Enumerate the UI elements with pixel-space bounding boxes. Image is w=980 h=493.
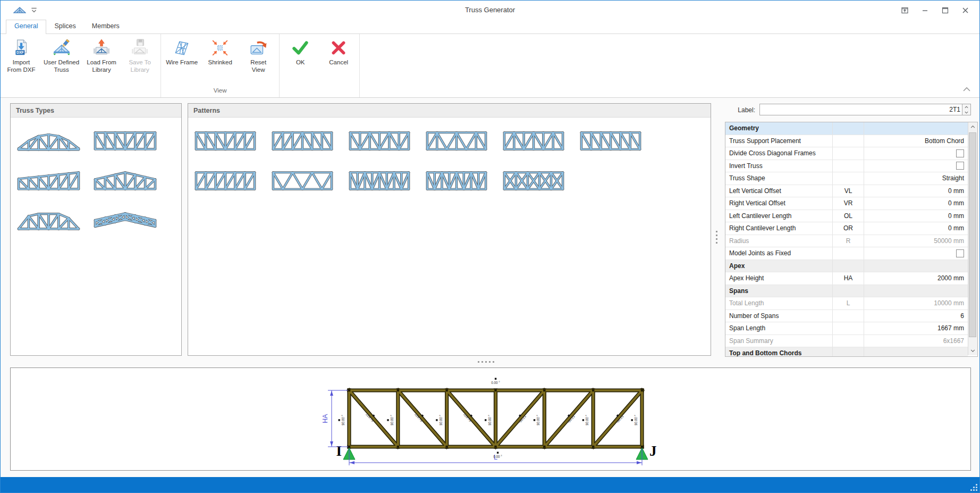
mono-pitched-truss[interactable] — [16, 169, 81, 191]
grid-row-right-vertical-offset[interactable]: Right Vertical OffsetVR0 mm — [725, 197, 968, 210]
property-value[interactable]: 1667 mm — [864, 322, 968, 335]
property-name: Truss Support Placement — [725, 135, 833, 147]
grid-row-truss-support-placement[interactable]: Truss Support PlacementBottom Chord — [725, 135, 968, 148]
property-grid-scrollbar — [968, 122, 977, 355]
user-defined-truss-icon — [53, 39, 71, 57]
pattern-warren[interactable] — [271, 170, 334, 191]
property-value[interactable]: 6 — [864, 310, 968, 322]
label-caption: Label: — [731, 106, 755, 114]
property-name: Left Cantilever Length — [725, 210, 833, 222]
grid-row-left-cantilever-length[interactable]: Left Cantilever LengthOL0 mm — [725, 210, 968, 223]
pattern-diagonals-from-center[interactable] — [271, 130, 334, 152]
checkbox[interactable] — [956, 162, 964, 170]
close-icon[interactable] — [955, 3, 975, 18]
grid-row-span-length[interactable]: Span Length1667 mm — [725, 322, 968, 335]
property-value[interactable]: 0 mm — [864, 197, 968, 210]
property-name: Number of Spans — [725, 310, 833, 322]
grid-row-invert-truss[interactable]: Invert Truss — [725, 160, 968, 173]
pattern-chevron[interactable] — [425, 130, 488, 152]
grid-row-divide-cross-diagonal-frames[interactable]: Divide Cross Diagonal Frames — [725, 147, 968, 160]
tab-splices[interactable]: Splices — [46, 20, 83, 34]
property-symbol — [833, 335, 864, 347]
collapse-ribbon-icon[interactable] — [961, 86, 972, 94]
spinner-down-icon[interactable] — [962, 110, 970, 115]
property-name: Total Length — [725, 297, 833, 310]
maximize-icon[interactable] — [935, 3, 955, 18]
property-value[interactable] — [864, 147, 968, 160]
user-defined-truss-button[interactable]: User DefinedTruss — [40, 34, 82, 87]
ribbon: DXFImportFrom DXFUser DefinedTrussLoad F… — [1, 34, 979, 98]
load-from-library-button[interactable]: Load FromLibrary — [82, 34, 121, 87]
pattern-back-diagonals[interactable] — [579, 130, 642, 152]
pattern-vee[interactable] — [348, 130, 411, 152]
grid-row-span-summary[interactable]: Span Summary6x1667 — [725, 335, 968, 348]
svg-text:90.00 °: 90.00 ° — [634, 415, 638, 426]
svg-text:90.00 °: 90.00 ° — [390, 415, 394, 426]
property-symbol — [833, 172, 864, 185]
grid-row-radius[interactable]: RadiusR50000 mm — [725, 235, 968, 248]
svg-text:90.00 °: 90.00 ° — [488, 415, 492, 426]
truss-types-header: Truss Types — [11, 104, 181, 118]
pattern-cross-diagonals[interactable] — [502, 170, 565, 191]
property-value[interactable]: 2000 mm — [864, 272, 968, 285]
ribbon-button-label: Load FromLibrary — [87, 59, 116, 73]
pattern-dense-vee[interactable] — [425, 170, 488, 191]
ribbon-button-label: Shrinked — [208, 59, 232, 66]
scrollbar-thumb[interactable] — [969, 132, 976, 337]
property-symbol: HA — [833, 272, 864, 285]
label-input[interactable] — [759, 104, 964, 115]
tab-members[interactable]: Members — [84, 20, 128, 34]
tab-general[interactable]: General — [6, 20, 46, 35]
property-value[interactable]: 10000 mm — [864, 297, 968, 310]
truss-preview-viewport[interactable]: IJ HA L0.00 °0.00 °90.00 °90.00 °90.00 °… — [10, 367, 971, 471]
ribbon-group-2: OKCancel — [280, 34, 360, 97]
grid-row-model-joints-as-fixed[interactable]: Model Joints as Fixed — [725, 247, 968, 260]
pattern-forward-diagonals[interactable] — [194, 170, 257, 191]
property-value[interactable] — [864, 247, 968, 260]
property-value[interactable]: 0 mm — [864, 210, 968, 222]
spinner-up-icon[interactable] — [962, 104, 970, 110]
property-value[interactable]: 6x1667 — [864, 335, 968, 347]
pattern-diagonals-to-center[interactable] — [194, 130, 257, 152]
chevron-truss[interactable] — [93, 209, 157, 231]
horizontal-splitter[interactable] — [477, 360, 495, 364]
reset-view-button[interactable]: ResetView — [239, 34, 277, 87]
svg-text:90.00 °: 90.00 ° — [439, 415, 443, 426]
vertical-splitter[interactable] — [714, 221, 719, 253]
ribbon-button-label: OK — [296, 59, 305, 66]
property-value[interactable]: Bottom Chord — [864, 135, 968, 147]
trapezoidal-truss[interactable] — [16, 209, 81, 231]
resize-grip-icon[interactable] — [970, 483, 978, 491]
property-symbol — [833, 285, 864, 297]
cancel-button[interactable]: Cancel — [319, 34, 358, 87]
ok-button[interactable]: OK — [281, 34, 319, 87]
svg-text:DXF: DXF — [16, 51, 24, 54]
parallel-chord-truss[interactable] — [93, 129, 157, 152]
minimize-icon[interactable] — [915, 3, 935, 18]
pattern-alternating[interactable] — [502, 130, 565, 152]
property-value[interactable] — [864, 160, 968, 172]
checkbox[interactable] — [956, 249, 964, 257]
ribbon-group-0: DXFImportFrom DXFUser DefinedTrussLoad F… — [1, 34, 161, 97]
scroll-up-icon[interactable] — [968, 122, 977, 131]
arch-truss[interactable] — [16, 129, 81, 152]
shrinked-button[interactable]: Shrinked — [201, 34, 239, 87]
property-value[interactable]: 0 mm — [864, 222, 968, 235]
pattern-warren-verticals[interactable] — [348, 170, 411, 191]
grid-row-left-vertical-offset[interactable]: Left Vertical OffsetVL0 mm — [725, 185, 968, 198]
grid-row-right-cantilever-length[interactable]: Right Cantilever LengthOR0 mm — [725, 222, 968, 235]
property-value[interactable]: 50000 mm — [864, 235, 968, 247]
property-value[interactable]: Straight — [864, 172, 968, 185]
wire-frame-button[interactable]: Wire Frame — [163, 34, 201, 87]
grid-row-number-of-spans[interactable]: Number of Spans6 — [725, 310, 968, 323]
property-name: Divide Cross Diagonal Frames — [725, 147, 833, 160]
scroll-down-icon[interactable] — [968, 346, 977, 355]
grid-row-apex-height[interactable]: Apex HeightHA2000 mm — [725, 272, 968, 285]
grid-row-total-length[interactable]: Total LengthL10000 mm — [725, 297, 968, 310]
pin-window-icon[interactable] — [894, 3, 915, 18]
gable-truss[interactable] — [93, 169, 157, 191]
checkbox[interactable] — [956, 149, 964, 157]
import-dxf-button[interactable]: DXFImportFrom DXF — [2, 34, 40, 87]
property-value[interactable]: 0 mm — [864, 185, 968, 197]
grid-row-truss-shape[interactable]: Truss ShapeStraight — [725, 172, 968, 185]
